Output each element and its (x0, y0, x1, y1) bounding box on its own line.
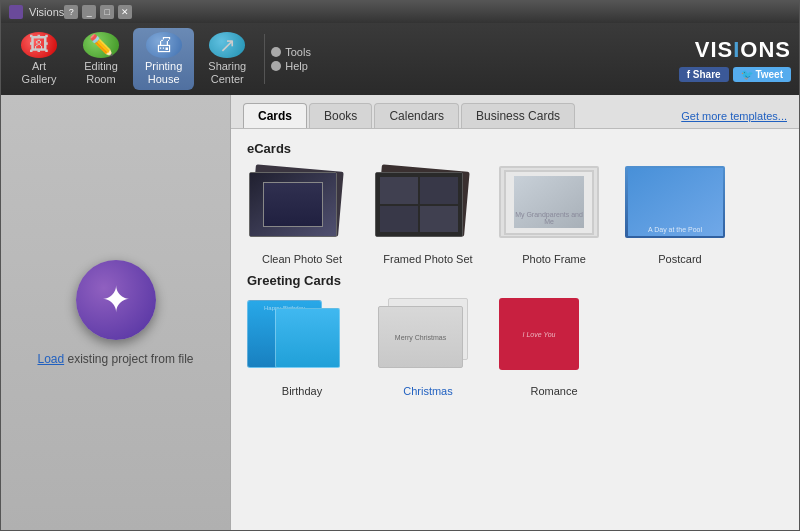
christmas-label: Christmas (403, 385, 453, 397)
romance-text: I Love You (523, 331, 556, 338)
photo-frame-thumb: My Grandparents and Me (499, 166, 609, 248)
minimize-btn[interactable]: _ (82, 5, 96, 19)
tab-books[interactable]: Books (309, 103, 372, 128)
load-rest: existing project from file (68, 352, 194, 366)
christmas-card-front: Merry Christmas (378, 306, 463, 368)
template-birthday[interactable]: Happy Birthday Birthday (247, 298, 357, 397)
content-area: ✦ Load existing project from file Cards … (1, 95, 799, 530)
tools-icon (271, 47, 281, 57)
tools-item[interactable]: Tools (271, 46, 311, 58)
editing-room-label: EditingRoom (84, 60, 118, 86)
tab-bar: Cards Books Calendars Business Cards Get… (231, 95, 799, 129)
clean-photo-thumb (247, 166, 357, 248)
app-window: Visions ? _ □ ✕ 🖼 ArtGallery ✏️ EditingR… (0, 0, 800, 531)
printing-house-btn[interactable]: 🖨 PrintingHouse (133, 28, 194, 90)
right-panel: Cards Books Calendars Business Cards Get… (231, 95, 799, 530)
art-gallery-label: ArtGallery (22, 60, 57, 86)
close-btn[interactable]: ✕ (118, 5, 132, 19)
help-label: Help (285, 60, 308, 72)
app-icon (9, 5, 23, 19)
load-project-icon[interactable]: ✦ (76, 260, 156, 340)
birthday-label: Birthday (282, 385, 322, 397)
share-label: Share (693, 69, 721, 80)
art-gallery-btn[interactable]: 🖼 ArtGallery (9, 28, 69, 90)
tab-calendars[interactable]: Calendars (374, 103, 459, 128)
art-gallery-icon: 🖼 (21, 32, 57, 58)
greeting-cards-row: Happy Birthday Birthday (247, 298, 783, 397)
tab-business-cards[interactable]: Business Cards (461, 103, 575, 128)
visions-logo: VISIONS (695, 37, 791, 63)
ecards-section-title: eCards (247, 141, 783, 156)
postcard-thumb: A Day at the Pool (625, 166, 735, 248)
toolbar: 🖼 ArtGallery ✏️ EditingRoom 🖨 PrintingHo… (1, 23, 799, 95)
romance-label: Romance (530, 385, 577, 397)
card-front (249, 172, 337, 237)
editing-room-icon: ✏️ (83, 32, 119, 58)
romance-thumb: I Love You (499, 298, 609, 380)
sharing-center-label: SharingCenter (208, 60, 246, 86)
load-project-text: Load existing project from file (37, 352, 193, 366)
tab-cards[interactable]: Cards (243, 103, 307, 128)
toolbar-right: VISIONS f Share 🐦 Tweet (679, 37, 791, 82)
template-romance[interactable]: I Love You Romance (499, 298, 609, 397)
template-clean-photo-set[interactable]: Clean Photo Set (247, 166, 357, 265)
get-more-templates-link[interactable]: Get more templates... (681, 110, 787, 128)
template-postcard[interactable]: A Day at the Pool Postcard (625, 166, 735, 265)
template-photo-frame[interactable]: My Grandparents and Me Photo Frame (499, 166, 609, 265)
framed-photo-thumb (373, 166, 483, 248)
title-bar: Visions ? _ □ ✕ (1, 1, 799, 23)
christmas-thumb: Merry Christmas (373, 298, 483, 380)
printing-house-label: PrintingHouse (145, 60, 182, 86)
facebook-share-btn[interactable]: f Share (679, 67, 729, 82)
tools-area: Tools Help (271, 46, 311, 72)
clean-photo-label: Clean Photo Set (262, 253, 342, 265)
left-panel: ✦ Load existing project from file (1, 95, 231, 530)
templates-area: eCards (231, 129, 799, 530)
ecards-row: Clean Photo Set (247, 166, 783, 265)
social-buttons: f Share 🐦 Tweet (679, 67, 791, 82)
sharing-center-btn[interactable]: ↗ SharingCenter (196, 28, 258, 90)
maximize-btn[interactable]: □ (100, 5, 114, 19)
postcard-label: Postcard (658, 253, 701, 265)
printing-house-icon: 🖨 (146, 32, 182, 58)
window-title: Visions (29, 6, 64, 18)
sharing-center-icon: ↗ (209, 32, 245, 58)
tweet-label: Tweet (755, 69, 783, 80)
framed-photo-label: Framed Photo Set (383, 253, 472, 265)
editing-room-btn[interactable]: ✏️ EditingRoom (71, 28, 131, 90)
window-controls: ? _ □ ✕ (64, 5, 132, 19)
template-framed-photo-set[interactable]: Framed Photo Set (373, 166, 483, 265)
toolbar-separator (264, 34, 265, 84)
help-btn[interactable]: ? (64, 5, 78, 19)
photo-frame-label: Photo Frame (522, 253, 586, 265)
help-icon (271, 61, 281, 71)
birthday-thumb: Happy Birthday (247, 298, 357, 380)
template-christmas[interactable]: Merry Christmas Christmas (373, 298, 483, 397)
greeting-cards-title: Greeting Cards (247, 273, 783, 288)
tools-label: Tools (285, 46, 311, 58)
load-link[interactable]: Load (37, 352, 64, 366)
tweet-btn[interactable]: 🐦 Tweet (733, 67, 791, 82)
card-front (375, 172, 463, 237)
help-item[interactable]: Help (271, 60, 311, 72)
